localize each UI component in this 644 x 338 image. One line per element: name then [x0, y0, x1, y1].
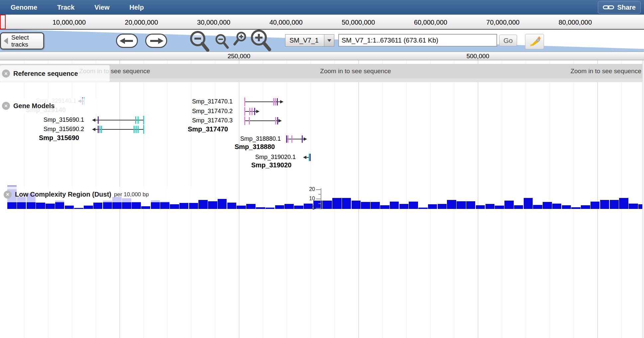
histogram-bar[interactable] — [619, 198, 628, 209]
histogram-bar[interactable] — [418, 208, 428, 209]
histogram-bar[interactable] — [218, 199, 227, 209]
exon-tick[interactable] — [136, 126, 137, 133]
exon-tick[interactable] — [302, 135, 303, 143]
exon-tick[interactable] — [291, 135, 292, 143]
gene-models-track-label[interactable]: ✕ Gene Models — [0, 98, 96, 113]
histogram-bar[interactable] — [227, 203, 237, 209]
histogram-bar[interactable] — [284, 204, 294, 209]
menu-help[interactable]: Help — [125, 4, 149, 11]
close-track-icon[interactable]: ✕ — [4, 191, 12, 199]
histogram-bar[interactable] — [74, 208, 83, 209]
exon-tick[interactable] — [277, 98, 278, 105]
histogram-bar[interactable] — [466, 201, 476, 209]
overview-ruler[interactable]: 10,000,00020,000,00030,000,00040,000,000… — [0, 15, 644, 30]
exon-tick[interactable] — [310, 154, 311, 161]
exon-tick[interactable] — [275, 117, 276, 124]
go-button[interactable]: Go — [499, 35, 517, 46]
histogram-bar[interactable] — [65, 206, 74, 209]
position-ruler[interactable]: 250,000500,000 — [0, 52, 644, 60]
exon-tick[interactable] — [277, 117, 278, 124]
histogram-bar[interactable] — [332, 198, 342, 209]
histogram-bar[interactable] — [590, 202, 600, 209]
menu-track[interactable]: Track — [53, 4, 79, 11]
histogram-bar[interactable] — [179, 203, 189, 209]
refseq-dropdown-arrow[interactable] — [324, 35, 334, 46]
histogram-bar[interactable] — [189, 203, 198, 209]
histogram-bar[interactable] — [352, 201, 361, 209]
histogram-bar[interactable] — [390, 202, 399, 209]
histogram-bar[interactable] — [629, 204, 638, 209]
histogram-bar[interactable] — [198, 200, 208, 209]
zoom-out-small-button[interactable] — [215, 34, 231, 49]
histogram-bar[interactable] — [84, 206, 93, 209]
histogram-bar[interactable] — [256, 207, 265, 209]
histogram-bar[interactable] — [380, 205, 389, 209]
histogram-bar[interactable] — [571, 207, 581, 209]
exon-tick[interactable] — [254, 108, 255, 115]
exon-tick[interactable] — [249, 108, 250, 115]
histogram-bar[interactable] — [93, 203, 103, 209]
exon-tick[interactable] — [138, 126, 139, 133]
histogram-bar[interactable] — [342, 198, 351, 209]
histogram-bar[interactable] — [266, 208, 275, 209]
histogram-bar[interactable] — [294, 206, 303, 209]
histogram-bar[interactable] — [524, 198, 533, 209]
histogram-bar[interactable] — [581, 205, 590, 209]
histogram-bar[interactable] — [495, 206, 504, 209]
histogram-bar[interactable] — [304, 204, 313, 209]
histogram-bar[interactable] — [323, 201, 332, 209]
exon-tick[interactable] — [134, 126, 135, 133]
histogram-bar[interactable] — [485, 204, 495, 209]
exon-tick[interactable] — [244, 116, 245, 125]
exon-tick[interactable] — [99, 126, 100, 133]
histogram-bar[interactable] — [399, 204, 409, 209]
histogram-bar[interactable] — [438, 204, 447, 209]
histogram-bar[interactable] — [275, 205, 284, 209]
histogram-bar[interactable] — [46, 204, 55, 209]
histogram-bar[interactable] — [160, 202, 169, 209]
histogram-bar[interactable] — [428, 204, 437, 209]
histogram-bar[interactable] — [170, 204, 179, 209]
histogram-bar[interactable] — [514, 205, 523, 209]
histogram-bar[interactable] — [409, 202, 418, 209]
zoom-in-small-button[interactable] — [233, 32, 248, 48]
histogram-bar[interactable] — [141, 206, 151, 209]
histogram-bar[interactable] — [562, 205, 571, 209]
refseq-dropdown[interactable]: SM_V7_1 — [285, 34, 334, 47]
histogram-bar[interactable] — [371, 202, 380, 209]
zoom-out-large-button[interactable] — [189, 30, 211, 52]
histogram-bar[interactable] — [476, 205, 485, 209]
exon-tick[interactable] — [98, 126, 99, 133]
exon-tick[interactable] — [244, 97, 245, 106]
exon-tick[interactable] — [101, 126, 102, 133]
histogram-bar[interactable] — [457, 201, 466, 209]
exon-tick[interactable] — [252, 108, 253, 115]
pan-right-button[interactable] — [145, 34, 167, 48]
select-tracks-button[interactable]: Select tracks — [0, 32, 44, 50]
dust-track-label[interactable]: ✕ Low Complexity Region (Dust) per 10,00… — [2, 187, 197, 202]
highlight-button[interactable] — [525, 34, 544, 49]
histogram-bar[interactable] — [246, 204, 256, 209]
menu-genome[interactable]: Genome — [6, 4, 42, 11]
histogram-bar[interactable] — [132, 202, 141, 209]
exon-tick[interactable] — [98, 116, 99, 124]
zoom-in-large-button[interactable] — [249, 30, 272, 52]
histogram-bar[interactable] — [208, 201, 217, 209]
exon-tick[interactable] — [135, 116, 136, 124]
exon-tick[interactable] — [273, 98, 274, 105]
menu-view[interactable]: View — [90, 4, 114, 11]
exon-tick[interactable] — [138, 116, 139, 124]
histogram-bar[interactable] — [610, 200, 619, 209]
exon-tick[interactable] — [286, 135, 287, 143]
location-input[interactable] — [338, 34, 497, 47]
share-button[interactable]: Share — [598, 1, 641, 14]
histogram-bar[interactable] — [237, 206, 246, 209]
histogram-bar[interactable] — [533, 205, 542, 209]
pan-left-button[interactable] — [116, 34, 138, 48]
exon-tick[interactable] — [249, 117, 250, 124]
histogram-bar[interactable] — [447, 200, 456, 209]
histogram-bar[interactable] — [543, 202, 552, 209]
current-view-indicator[interactable] — [0, 15, 6, 29]
reference-track-label[interactable]: ✕ Reference sequence — [0, 65, 110, 82]
exon-tick[interactable] — [275, 98, 276, 105]
